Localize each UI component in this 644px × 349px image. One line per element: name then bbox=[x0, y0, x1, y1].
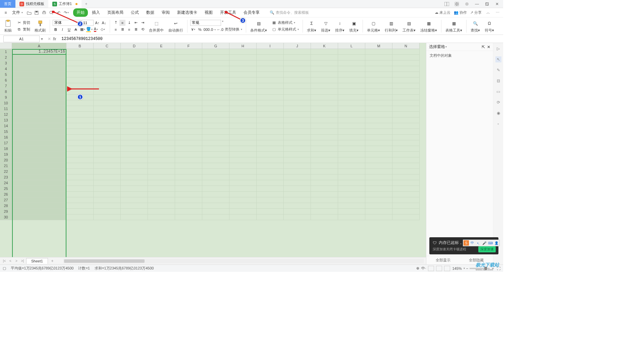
cell-L12[interactable] bbox=[338, 112, 365, 117]
cell-E28[interactable] bbox=[148, 203, 175, 209]
cell-G22[interactable] bbox=[202, 169, 229, 174]
cell-N17[interactable] bbox=[392, 140, 420, 146]
fill-button[interactable]: ▣填充▾ bbox=[348, 19, 360, 33]
menu-tab-data[interactable]: 数据 bbox=[143, 8, 158, 17]
cell-F30[interactable] bbox=[175, 214, 202, 220]
cell-I4[interactable] bbox=[257, 66, 284, 72]
cell-K1[interactable] bbox=[311, 49, 338, 55]
collapse-ribbon-icon[interactable]: ︿ bbox=[485, 10, 491, 16]
cell-F10[interactable] bbox=[175, 100, 202, 106]
cell-J15[interactable] bbox=[284, 129, 311, 135]
cell-N11[interactable] bbox=[392, 106, 420, 112]
cell-A21[interactable] bbox=[12, 163, 66, 169]
cell-K27[interactable] bbox=[311, 197, 338, 203]
cell-H24[interactable] bbox=[229, 180, 257, 186]
cell-N28[interactable] bbox=[392, 203, 420, 209]
cell-K15[interactable] bbox=[311, 129, 338, 135]
horizontal-scrollbar[interactable] bbox=[63, 259, 424, 263]
cell-K26[interactable] bbox=[311, 192, 338, 197]
cell-D27[interactable] bbox=[121, 197, 148, 203]
row-header-14[interactable]: 14 bbox=[0, 123, 12, 129]
cell-D4[interactable] bbox=[121, 66, 148, 72]
record-macro-icon[interactable]: ▢ bbox=[3, 266, 6, 270]
row-header-10[interactable]: 10 bbox=[0, 100, 12, 106]
cell-B25[interactable] bbox=[66, 186, 94, 192]
sheet-nav-first[interactable]: |< bbox=[2, 259, 7, 263]
cell-B24[interactable] bbox=[66, 180, 94, 186]
select-tool-icon[interactable]: ↖ bbox=[495, 56, 501, 62]
cell-E14[interactable] bbox=[148, 123, 175, 129]
cell-G2[interactable] bbox=[202, 55, 229, 60]
cell-K18[interactable] bbox=[311, 146, 338, 152]
row-header-2[interactable]: 2 bbox=[0, 55, 12, 60]
cell-H7[interactable] bbox=[229, 83, 257, 89]
cell-M24[interactable] bbox=[365, 180, 392, 186]
cell-H18[interactable] bbox=[229, 146, 257, 152]
cell-C23[interactable] bbox=[94, 174, 121, 180]
col-header-D[interactable]: D bbox=[121, 43, 148, 49]
row-header-21[interactable]: 21 bbox=[0, 163, 12, 169]
cell-F5[interactable] bbox=[175, 72, 202, 78]
cell-I22[interactable] bbox=[257, 169, 284, 174]
row-header-9[interactable]: 9 bbox=[0, 95, 12, 100]
cell-B12[interactable] bbox=[66, 112, 94, 117]
strikethrough-button[interactable]: A bbox=[73, 27, 79, 33]
col-header-L[interactable]: L bbox=[338, 43, 365, 49]
align-middle-icon[interactable]: ≡ bbox=[119, 20, 125, 26]
cell-M27[interactable] bbox=[365, 197, 392, 203]
cell-J20[interactable] bbox=[284, 157, 311, 163]
help-tool-icon[interactable]: ▫ bbox=[495, 121, 501, 127]
cell-E24[interactable] bbox=[148, 180, 175, 186]
cell-F3[interactable] bbox=[175, 60, 202, 66]
increase-font-icon[interactable]: A↑ bbox=[94, 20, 100, 26]
chinese-mode-icon[interactable]: 中· bbox=[421, 266, 426, 271]
cell-C2[interactable] bbox=[94, 55, 121, 60]
cell-M1[interactable] bbox=[365, 49, 392, 55]
cell-M25[interactable] bbox=[365, 186, 392, 192]
cell-I24[interactable] bbox=[257, 180, 284, 186]
cell-J25[interactable] bbox=[284, 186, 311, 192]
cell-L13[interactable] bbox=[338, 117, 365, 123]
input-mode-icon[interactable]: ⊕ bbox=[416, 266, 419, 270]
cell-L3[interactable] bbox=[338, 60, 365, 66]
cell-D12[interactable] bbox=[121, 112, 148, 117]
cell-D13[interactable] bbox=[121, 117, 148, 123]
cell-L6[interactable] bbox=[338, 78, 365, 83]
cell-L30[interactable] bbox=[338, 214, 365, 220]
cell-E2[interactable] bbox=[148, 55, 175, 60]
menu-tab-insert[interactable]: 插入 bbox=[89, 8, 103, 17]
cell-J17[interactable] bbox=[284, 140, 311, 146]
style-tool-icon[interactable]: ✎ bbox=[495, 67, 501, 73]
menu-tab-view[interactable]: 视图 bbox=[201, 8, 216, 17]
cell-L25[interactable] bbox=[338, 186, 365, 192]
cell-K2[interactable] bbox=[311, 55, 338, 60]
cell-D16[interactable] bbox=[121, 135, 148, 140]
cell-F22[interactable] bbox=[175, 169, 202, 174]
cell-I9[interactable] bbox=[257, 95, 284, 100]
ime-keyboard-icon[interactable]: ⌨ bbox=[488, 240, 493, 246]
row-header-20[interactable]: 20 bbox=[0, 157, 12, 163]
cell-E3[interactable] bbox=[148, 60, 175, 66]
cell-I8[interactable] bbox=[257, 89, 284, 95]
cut-button[interactable]: ✂剪切 bbox=[15, 20, 31, 26]
cell-N10[interactable] bbox=[392, 100, 420, 106]
cell-N18[interactable] bbox=[392, 146, 420, 152]
cell-B4[interactable] bbox=[66, 66, 94, 72]
cell-N24[interactable] bbox=[392, 180, 420, 186]
cell-H26[interactable] bbox=[229, 192, 257, 197]
cell-I30[interactable] bbox=[257, 214, 284, 220]
cell-C5[interactable] bbox=[94, 72, 121, 78]
cell-G18[interactable] bbox=[202, 146, 229, 152]
currency-icon[interactable]: ¥▾ bbox=[190, 27, 196, 33]
row-header-3[interactable]: 3 bbox=[0, 60, 12, 66]
hide-all-button[interactable]: 全部隐藏 bbox=[460, 256, 493, 264]
cell-L14[interactable] bbox=[338, 123, 365, 129]
cell-J3[interactable] bbox=[284, 60, 311, 66]
zoom-out-button[interactable]: − bbox=[466, 266, 468, 270]
underline-button[interactable]: U bbox=[66, 27, 72, 33]
cell-M17[interactable] bbox=[365, 140, 392, 146]
cell-B22[interactable] bbox=[66, 169, 94, 174]
cell-M20[interactable] bbox=[365, 157, 392, 163]
decrease-decimal-icon[interactable]: ←.0 bbox=[217, 27, 223, 33]
cell-G12[interactable] bbox=[202, 112, 229, 117]
